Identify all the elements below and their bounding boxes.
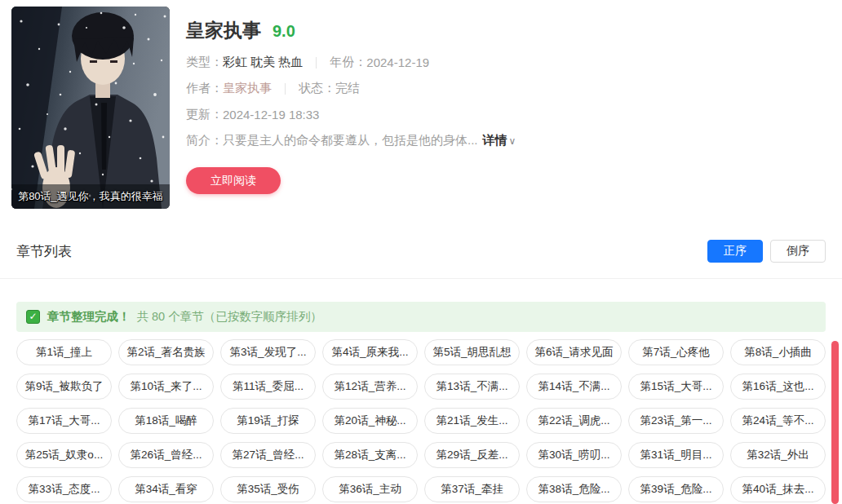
chapter-item[interactable]: 第21话_发生... <box>424 408 520 434</box>
update-value: 2024-12-19 18:33 <box>223 108 319 122</box>
chapter-item[interactable]: 第1话_撞上 <box>16 339 112 365</box>
chapter-item[interactable]: 第35话_受伤 <box>220 476 316 502</box>
chapter-item[interactable]: 第6话_请求见面 <box>526 339 622 365</box>
chapter-item[interactable]: 第5话_胡思乱想 <box>424 339 520 365</box>
chapter-item[interactable]: 第20话_神秘... <box>322 408 418 434</box>
chapter-item[interactable]: 第27话_曾经... <box>220 442 316 468</box>
chapter-item[interactable]: 第33话_态度... <box>16 476 112 502</box>
comic-info: 皇家执事 9.0 类型： 彩虹 耽美 热血 年份： 2024-12-19 作者：… <box>186 7 516 209</box>
chapter-item[interactable]: 第34话_看穿 <box>118 476 214 502</box>
divider <box>316 57 317 69</box>
detail-toggle[interactable]: 详情∨ <box>483 133 516 148</box>
update-label: 更新： <box>186 107 223 122</box>
intro-label: 简介： <box>186 133 223 148</box>
chapter-item[interactable]: 第11话_委屈... <box>220 374 316 400</box>
chapter-item[interactable]: 第40话_抹去... <box>730 476 826 502</box>
chapter-item[interactable]: 第28话_支离... <box>322 442 418 468</box>
chapter-item[interactable]: 第37话_牵挂 <box>424 476 520 502</box>
status-label: 状态： <box>299 81 335 96</box>
chapter-scrollbar-thumb[interactable] <box>831 341 839 504</box>
comic-summary-section: 第80话_遇见你，我真的很幸福 皇家执事 9.0 类型： 彩虹 耽美 热血 年份… <box>0 0 842 209</box>
chapter-item[interactable]: 第15话_大哥... <box>628 374 724 400</box>
cover-image[interactable]: 第80话_遇见你，我真的很幸福 <box>11 7 170 209</box>
chapter-item[interactable]: 第4话_原来我... <box>322 339 418 365</box>
chapter-item[interactable]: 第12话_营养... <box>322 374 418 400</box>
chapters-sorted-banner: ✓ 章节整理完成！ 共 80 个章节（已按数字顺序排列） <box>16 302 826 332</box>
chapter-grid: 第1话_撞上第2话_著名贵族第3话_发现了...第4话_原来我...第5话_胡思… <box>16 339 826 502</box>
chapter-item[interactable]: 第13话_不满... <box>424 374 520 400</box>
meta-row-intro: 简介： 只要是主人的命令都要遵从，包括是他的身体... 详情∨ <box>186 133 516 148</box>
chapter-item[interactable]: 第25话_奴隶o... <box>16 442 112 468</box>
chapter-item[interactable]: 第19话_打探 <box>220 408 316 434</box>
chapter-item[interactable]: 第36话_主动 <box>322 476 418 502</box>
chapter-list-heading: 章节列表 <box>16 242 72 261</box>
cover-latest-chapter-caption: 第80话_遇见你，我真的很幸福 <box>11 184 170 209</box>
chapter-item[interactable]: 第31话_明目... <box>628 442 724 468</box>
status-value: 完结 <box>335 81 360 96</box>
chapter-item[interactable]: 第39话_危险... <box>628 476 724 502</box>
author-label: 作者： <box>186 81 223 96</box>
chapter-item[interactable]: 第38话_危险... <box>526 476 622 502</box>
divider <box>285 83 286 95</box>
chapter-item[interactable]: 第3话_发现了... <box>220 339 316 365</box>
chapter-item[interactable]: 第7话_心疼他 <box>628 339 724 365</box>
type-tags[interactable]: 彩虹 耽美 热血 <box>223 55 303 70</box>
meta-row-type-year: 类型： 彩虹 耽美 热血 年份： 2024-12-19 <box>186 55 516 70</box>
read-now-button[interactable]: 立即阅读 <box>186 167 281 194</box>
type-label: 类型： <box>186 55 223 70</box>
sort-ascending-button[interactable]: 正序 <box>707 240 763 263</box>
comic-detail-page: 第80话_遇见你，我真的很幸福 皇家执事 9.0 类型： 彩虹 耽美 热血 年份… <box>0 0 842 504</box>
comic-title: 皇家执事 <box>186 18 261 43</box>
author-link[interactable]: 皇家执事 <box>223 81 272 96</box>
chapter-item[interactable]: 第2话_著名贵族 <box>118 339 214 365</box>
year-value: 2024-12-19 <box>366 55 429 69</box>
chapter-item[interactable]: 第24话_等不... <box>730 408 826 434</box>
sort-buttons: 正序 倒序 <box>707 240 826 263</box>
banner-detail: 共 80 个章节（已按数字顺序排列） <box>137 309 322 325</box>
chapter-list-header: 章节列表 正序 倒序 <box>0 240 842 279</box>
chapter-item[interactable]: 第18话_喝醉 <box>118 408 214 434</box>
chapter-item[interactable]: 第17话_大哥... <box>16 408 112 434</box>
chapter-item[interactable]: 第22话_调虎... <box>526 408 622 434</box>
chapter-item[interactable]: 第10话_来了... <box>118 374 214 400</box>
meta-row-update: 更新： 2024-12-19 18:33 <box>186 107 516 122</box>
meta-row-author-status: 作者： 皇家执事 状态： 完结 <box>186 81 516 96</box>
chapter-item[interactable]: 第30话_唠叨... <box>526 442 622 468</box>
sort-descending-button[interactable]: 倒序 <box>770 240 826 263</box>
chapter-item[interactable]: 第32话_外出 <box>730 442 826 468</box>
chapter-item[interactable]: 第23话_第一... <box>628 408 724 434</box>
check-icon: ✓ <box>26 310 40 324</box>
cover-art <box>11 7 170 209</box>
chapter-item[interactable]: 第9话_被欺负了 <box>16 374 112 400</box>
year-label: 年份： <box>330 55 366 70</box>
chapter-item[interactable]: 第16话_这也... <box>730 374 826 400</box>
banner-title: 章节整理完成！ <box>47 309 131 325</box>
detail-toggle-label: 详情 <box>483 133 507 147</box>
chapter-item[interactable]: 第14话_不满... <box>526 374 622 400</box>
intro-text: 只要是主人的命令都要遵从，包括是他的身体... <box>223 133 478 148</box>
rating-score: 9.0 <box>273 22 295 41</box>
chevron-down-icon: ∨ <box>509 135 516 147</box>
chapter-item[interactable]: 第29话_反差... <box>424 442 520 468</box>
chapter-item[interactable]: 第26话_曾经... <box>118 442 214 468</box>
chapter-item[interactable]: 第8话_小插曲 <box>730 339 826 365</box>
